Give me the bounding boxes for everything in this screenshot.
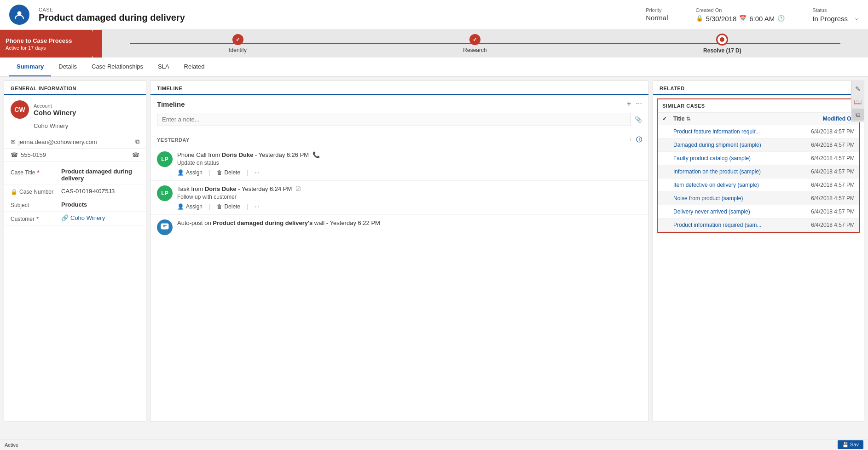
- note-input-row: 📎: [150, 113, 648, 131]
- clock-icon[interactable]: 🕐: [777, 15, 785, 22]
- timeline-avatar-1: LP: [157, 151, 173, 167]
- note-input[interactable]: [157, 113, 631, 126]
- similar-cases-header: SIMILAR CASES: [658, 99, 859, 113]
- timeline-add-icon[interactable]: +: [626, 99, 631, 109]
- tab-sla[interactable]: SLA: [150, 58, 177, 76]
- timeline-content-3: Auto-post on Product damaged during deli…: [177, 219, 642, 235]
- phone-row: ☎ 555-0159 ☎: [4, 149, 146, 162]
- process-title: Phone to Case Process: [6, 37, 87, 44]
- timeline-assign-button-2[interactable]: 👤 Assign: [177, 203, 203, 210]
- row-title-1[interactable]: Product feature information requir...: [673, 128, 790, 135]
- subject-value: Products: [61, 201, 139, 208]
- phone-call-icon: 📞: [312, 151, 320, 158]
- sort-down-icon[interactable]: ↓: [630, 136, 632, 144]
- phone-value[interactable]: 555-0159: [21, 151, 46, 158]
- timeline-panel: TIMELINE Timeline + ··· 📎 YESTERDAY ↓ ⓘ …: [150, 81, 649, 422]
- step-label-research: Research: [463, 47, 486, 53]
- created-date: 5/30/2018: [706, 15, 737, 23]
- timeline-delete-button-1[interactable]: 🗑 Delete: [217, 169, 240, 176]
- email-left: ✉ jenna.dean@cohowinery.com: [11, 138, 97, 145]
- sidebar-book-icon[interactable]: 📖: [852, 96, 864, 108]
- timeline-actions-2: 👤 Assign | 🗑 Delete | ···: [177, 203, 642, 210]
- sidebar-edit-icon[interactable]: ✎: [852, 83, 864, 95]
- priority-label: Priority: [646, 7, 668, 13]
- timeline-title: Timeline: [157, 100, 185, 108]
- phone-icon: ☎: [11, 151, 18, 158]
- similar-case-row-8: Product information required (sam... 6/4…: [658, 219, 859, 232]
- col-title-header[interactable]: Title ⇅: [673, 115, 790, 122]
- case-avatar: [9, 5, 29, 25]
- svg-rect-1: [161, 224, 168, 229]
- account-info: Account Coho Winery: [34, 103, 76, 116]
- timeline-more-icon[interactable]: ···: [636, 99, 642, 109]
- process-step-identify: ✓ Identify: [229, 34, 247, 53]
- general-information-panel: GENERAL INFORMATION CW Account Coho Wine…: [4, 81, 146, 422]
- timeline-group-actions: ↓ ⓘ: [630, 136, 642, 144]
- row-modified-2: 6/4/2018 4:57 PM: [790, 142, 855, 148]
- row-title-3[interactable]: Faulty product catalog (sample): [673, 155, 790, 162]
- info-icon[interactable]: ⓘ: [636, 136, 642, 144]
- required-dot-title: *: [37, 169, 39, 176]
- process-step-resolve[interactable]: Resolve (17 D): [703, 34, 741, 54]
- email-action-icon[interactable]: ⧉: [135, 138, 139, 145]
- timeline-header: TIMELINE: [150, 81, 648, 95]
- sort-title-icon[interactable]: ⇅: [686, 116, 690, 122]
- tab-summary[interactable]: Summary: [9, 58, 51, 76]
- row-title-4[interactable]: Information on the product (sample): [673, 168, 790, 175]
- row-modified-4: 6/4/2018 4:57 PM: [790, 168, 855, 175]
- timeline-actions-1: 👤 Assign | 🗑 Delete | ···: [177, 169, 642, 176]
- email-icon: ✉: [11, 138, 16, 145]
- customer-value[interactable]: 🔗 Coho Winery: [61, 214, 139, 221]
- phone-action-icon[interactable]: ☎: [132, 151, 139, 158]
- form-row-customer: Customer * 🔗 Coho Winery: [4, 212, 146, 226]
- row-title-2[interactable]: Damaged during shipment (sample): [673, 142, 790, 148]
- timeline-more-button-1[interactable]: ···: [255, 169, 260, 176]
- col-modified-header: Modified On: [790, 115, 855, 122]
- sidebar-copy-icon[interactable]: ⧉: [852, 109, 864, 121]
- timeline-item-1: LP Phone Call from Doris Duke - Yesterda…: [150, 147, 648, 181]
- step-label-identify: Identify: [229, 47, 247, 53]
- case-title-label: Case Title *: [11, 168, 61, 176]
- status-field: Status In Progress ⌄: [812, 7, 859, 23]
- row-modified-6: 6/4/2018 4:57 PM: [790, 195, 855, 202]
- email-value[interactable]: jenna.dean@cohowinery.com: [18, 138, 97, 145]
- row-title-7[interactable]: Delivery never arrived (sample): [673, 208, 790, 215]
- phone-actions: ☎: [132, 151, 139, 158]
- account-name[interactable]: Coho Winery: [34, 109, 76, 116]
- timeline-delete-button-2[interactable]: 🗑 Delete: [217, 203, 240, 210]
- similar-case-row-1: Product feature information requir... 6/…: [658, 125, 859, 138]
- calendar-icon[interactable]: 📅: [739, 15, 746, 22]
- case-title: Product damaged during delivery: [39, 12, 637, 23]
- tab-details[interactable]: Details: [51, 58, 84, 76]
- timeline-more-button-2[interactable]: ···: [255, 203, 260, 210]
- step-label-resolve: Resolve (17 D): [703, 47, 741, 54]
- subject-label: Subject: [11, 201, 61, 208]
- created-on-field: Created On 🔒 5/30/2018 📅 6:00 AM 🕐: [696, 7, 785, 23]
- timeline-item-2: LP Task from Doris Duke - Yesterday 6:24…: [150, 181, 648, 215]
- created-on-row: 🔒 5/30/2018 📅 6:00 AM 🕐: [696, 14, 785, 23]
- row-modified-3: 6/4/2018 4:57 PM: [790, 155, 855, 162]
- created-on-label: Created On: [696, 7, 785, 13]
- similar-case-row-7: Delivery never arrived (sample) 6/4/2018…: [658, 205, 859, 219]
- case-title-block: CASE Product damaged during delivery: [39, 7, 637, 23]
- customer-label: Customer *: [11, 214, 61, 223]
- row-title-6[interactable]: Noise from product (sample): [673, 195, 790, 202]
- entity-label: CASE: [39, 7, 637, 12]
- task-icon: ☑: [295, 185, 301, 192]
- header-fields: Priority Normal Created On 🔒 5/30/2018 📅…: [646, 7, 859, 23]
- process-steps: ✓ Identify ✓ Research Resolve (17 D): [102, 34, 868, 54]
- tab-related[interactable]: Related: [177, 58, 212, 76]
- form-section: Case Title * Product damaged during deli…: [4, 162, 146, 230]
- case-title-value: Product damaged during delivery: [61, 168, 139, 182]
- status-chevron-icon[interactable]: ⌄: [854, 15, 859, 21]
- process-bar: Phone to Case Process Active for 17 days…: [0, 30, 868, 58]
- tab-case-relationships[interactable]: Case Relationships: [84, 58, 150, 76]
- row-title-5[interactable]: Item defective on delivery (sample): [673, 182, 790, 188]
- timeline-assign-button-1[interactable]: 👤 Assign: [177, 169, 203, 176]
- row-modified-7: 6/4/2018 4:57 PM: [790, 208, 855, 215]
- right-sidebar: ✎ 📖 ⧉: [851, 81, 864, 122]
- step-circle-resolve: [716, 34, 728, 46]
- paperclip-icon[interactable]: 📎: [635, 116, 642, 123]
- row-title-8[interactable]: Product information required (sam...: [673, 222, 790, 228]
- main-content: GENERAL INFORMATION CW Account Coho Wine…: [0, 77, 868, 426]
